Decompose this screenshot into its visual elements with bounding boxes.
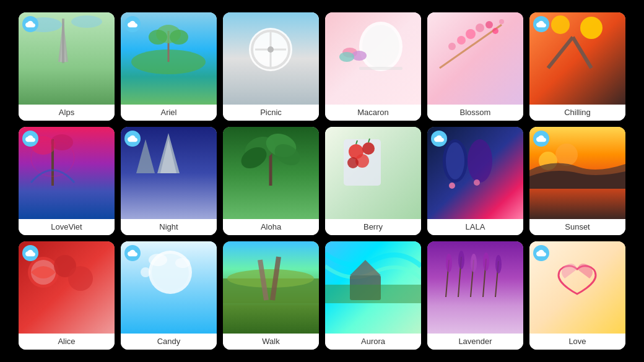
- filter-card-blossom[interactable]: Blossom: [427, 12, 523, 121]
- card-bg-picnic: [223, 12, 319, 105]
- card-label-lavender: Lavender: [427, 334, 523, 350]
- cloud-badge: [22, 16, 38, 32]
- svg-point-79: [149, 254, 167, 266]
- cloud-badge: [22, 131, 38, 147]
- svg-point-70: [555, 144, 578, 166]
- svg-point-81: [141, 267, 150, 277]
- filter-card-picnic[interactable]: Picnic: [223, 12, 319, 121]
- filter-card-ariel[interactable]: Ariel: [121, 12, 217, 121]
- cloud-badge: [124, 16, 141, 32]
- filter-card-night[interactable]: Night: [121, 127, 217, 235]
- svg-point-11: [170, 30, 188, 45]
- card-label-alps: Alps: [19, 105, 115, 121]
- card-label-ariel: Ariel: [121, 105, 217, 121]
- svg-point-20: [362, 25, 399, 68]
- filter-card-lavender[interactable]: Lavender: [427, 241, 523, 350]
- card-bg-aloha: [223, 127, 319, 219]
- filter-card-sunset[interactable]: Sunset: [529, 127, 625, 235]
- card-label-love: Love: [529, 334, 625, 350]
- svg-point-57: [362, 142, 375, 155]
- filter-card-lala[interactable]: LALA: [427, 127, 523, 235]
- filter-card-walk[interactable]: Walk: [223, 241, 319, 350]
- svg-point-99: [471, 254, 477, 272]
- card-label-sunset: Sunset: [529, 219, 625, 235]
- svg-rect-21: [359, 67, 402, 70]
- svg-point-35: [580, 17, 603, 39]
- filter-card-berry[interactable]: Berry: [325, 127, 421, 235]
- card-bg-walk: [223, 241, 319, 334]
- svg-point-27: [466, 29, 476, 39]
- cloud-badge: [22, 245, 38, 261]
- card-bg-aurora: [325, 241, 421, 334]
- card-label-alice: Alice: [19, 334, 115, 350]
- svg-point-64: [446, 142, 464, 179]
- card-label-walk: Walk: [223, 334, 319, 350]
- card-label-chilling: Chilling: [529, 105, 625, 121]
- svg-point-84: [227, 269, 314, 288]
- card-bg-blossom: [427, 12, 523, 105]
- svg-point-17: [268, 46, 274, 53]
- cloud-badge: [533, 245, 549, 261]
- cloud-badge: [431, 131, 447, 147]
- svg-point-38: [551, 15, 570, 34]
- card-label-aurora: Aurora: [325, 334, 421, 350]
- svg-point-97: [446, 254, 452, 272]
- svg-point-24: [339, 52, 354, 62]
- cloud-badge: [533, 16, 549, 32]
- filter-card-loveviet[interactable]: LoveViet: [19, 127, 115, 235]
- filter-card-aloha[interactable]: Aloha: [223, 127, 319, 235]
- svg-point-66: [449, 183, 455, 189]
- svg-point-100: [483, 252, 489, 271]
- filter-card-aurora[interactable]: Aurora: [325, 241, 421, 350]
- card-label-macaron: Macaron: [325, 105, 421, 121]
- svg-point-59: [347, 157, 359, 168]
- card-label-loveviet: LoveViet: [19, 219, 115, 235]
- svg-point-43: [51, 134, 73, 150]
- svg-point-31: [448, 43, 456, 50]
- card-label-berry: Berry: [325, 219, 421, 235]
- svg-point-65: [468, 139, 492, 183]
- cloud-badge: [124, 245, 141, 261]
- card-label-picnic: Picnic: [223, 105, 319, 121]
- filter-card-macaron[interactable]: Macaron: [325, 12, 421, 121]
- svg-point-80: [175, 258, 190, 268]
- cloud-badge: [124, 131, 141, 147]
- card-bg-berry: [325, 127, 421, 219]
- filter-card-love[interactable]: Love: [529, 241, 625, 350]
- card-bg-lavender: [427, 241, 523, 334]
- svg-point-10: [149, 30, 167, 45]
- cloud-badge: [533, 131, 549, 147]
- svg-point-98: [458, 251, 464, 269]
- svg-point-5: [71, 15, 102, 28]
- svg-point-30: [457, 36, 466, 45]
- svg-point-33: [499, 19, 504, 24]
- filter-card-chilling[interactable]: Chilling: [529, 12, 625, 121]
- filter-card-alice[interactable]: Alice: [19, 241, 115, 350]
- svg-point-29: [485, 21, 493, 28]
- card-label-blossom: Blossom: [427, 105, 523, 121]
- filter-grid: Alps Ariel: [11, 5, 633, 357]
- svg-rect-90: [325, 285, 421, 303]
- svg-rect-25: [427, 12, 523, 105]
- svg-rect-3: [62, 19, 64, 63]
- card-label-candy: Candy: [121, 334, 217, 350]
- svg-point-67: [474, 179, 480, 186]
- filter-card-alps[interactable]: Alps: [19, 12, 115, 121]
- svg-point-101: [495, 255, 502, 274]
- filter-card-candy[interactable]: Candy: [121, 241, 217, 350]
- svg-point-32: [492, 28, 498, 34]
- card-label-lala: LALA: [427, 219, 523, 235]
- card-bg-macaron: [325, 12, 421, 105]
- card-label-night: Night: [121, 219, 217, 235]
- svg-point-28: [476, 24, 484, 32]
- svg-point-75: [68, 266, 93, 291]
- card-label-aloha: Aloha: [223, 219, 319, 235]
